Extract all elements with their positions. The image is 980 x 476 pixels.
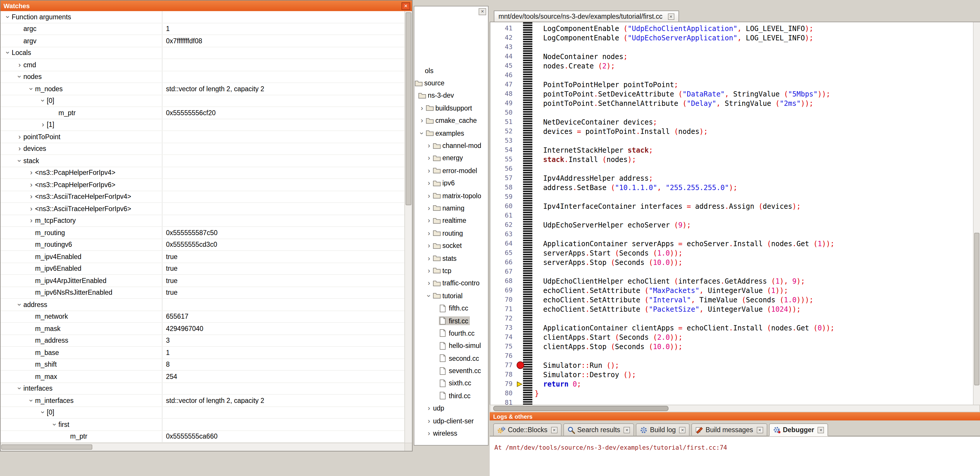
expand-icon[interactable]: › [425,179,433,187]
watch-row[interactable]: m_ipv6Enabledtrue [1,263,404,275]
expand-icon[interactable]: › [27,169,35,177]
collapse-icon[interactable]: › [418,129,426,137]
watches-vertical-scrollbar[interactable] [404,11,412,442]
tab-close-icon[interactable]: ✕ [551,426,557,433]
watches-titlebar[interactable]: Watches ✕ [1,1,412,11]
tree-item[interactable]: first.cc [414,315,488,327]
tree-item[interactable]: source [414,77,488,89]
expand-icon[interactable]: › [425,154,433,162]
watch-row[interactable]: ›first [1,419,404,431]
expand-icon[interactable]: › [425,192,433,200]
scrollbar-thumb[interactable] [406,12,411,205]
watch-row[interactable]: m_ipv4Enabledtrue [1,251,404,263]
expand-icon[interactable]: › [425,429,433,438]
expand-icon[interactable]: › [39,121,47,129]
logs-tab-build-log[interactable]: Build log✕ [636,423,690,436]
scrollbar-thumb[interactable] [493,406,668,411]
tab-close-icon[interactable]: ✕ [624,426,630,433]
watch-row[interactable]: m_routingv60x5555555cd3c0 [1,239,404,251]
tree-item[interactable]: ›traffic-contro [414,277,488,289]
expand-icon[interactable]: › [27,217,35,225]
tree-item[interactable]: ns-3-dev [414,89,488,102]
tab-close-icon[interactable]: ✕ [679,426,686,433]
watch-row[interactable]: m_shift8 [1,359,404,371]
collapse-icon[interactable]: › [4,13,12,21]
watch-row[interactable]: ›[1] [1,119,404,131]
editor-horizontal-scrollbar[interactable] [490,405,980,412]
watches-horizontal-scrollbar[interactable] [1,442,412,451]
tree-item[interactable]: ›error-model [414,165,488,177]
expand-icon[interactable]: › [418,104,425,112]
watch-row[interactable]: ›m_nodesstd::vector of length 2, capacit… [1,83,404,95]
watch-row[interactable]: ›m_interfacesstd::vector of length 2, ca… [1,395,404,407]
logs-tab-build-messages[interactable]: Build messages✕ [692,423,767,436]
tree-item[interactable]: ›naming [414,202,488,215]
expand-icon[interactable]: › [425,404,433,412]
watch-row[interactable]: ›[0] [1,407,404,419]
watch-row[interactable]: ›<ns3::PcapHelperForIpv4> [1,167,404,179]
tree-item[interactable]: ›udp-client-ser [414,415,488,427]
watch-row[interactable]: ›devices [1,143,404,155]
collapse-icon[interactable]: › [16,301,24,308]
watch-row[interactable]: m_ipv6NsRsJitterEnabledtrue [1,287,404,299]
watch-row[interactable]: m_ptr0x55555556cf20 [1,107,404,119]
tree-item[interactable]: ›channel-mod [414,139,488,152]
expand-icon[interactable]: › [425,279,433,288]
watch-row[interactable]: ›pointToPoint [1,131,404,143]
expand-icon[interactable]: › [425,254,433,262]
tree-item[interactable]: ›buildsupport [414,102,488,114]
watch-row[interactable]: ›<ns3::PcapHelperForIpv6> [1,179,404,191]
tree-item[interactable]: hello-simul [414,339,488,352]
expand-icon[interactable]: › [425,217,433,225]
collapse-icon[interactable]: › [16,157,24,165]
watch-row[interactable]: ›interfaces [1,383,404,395]
resize-grip[interactable] [404,443,412,451]
tree-item[interactable]: ›ipv6 [414,177,488,190]
tree-item[interactable]: ›cmake_cache [414,114,488,127]
tab-close-icon[interactable]: ✕ [818,426,824,433]
expand-icon[interactable]: › [425,267,433,275]
logs-tab-code-blocks[interactable]: Code::Blocks✕ [493,423,562,436]
expand-icon[interactable]: › [425,204,433,212]
watch-row[interactable]: argv0x7fffffffdf08 [1,35,404,47]
editor-vertical-scrollbar[interactable] [973,22,980,405]
tree-item[interactable]: ›stats [414,252,488,265]
expand-icon[interactable]: › [27,204,35,213]
tree-item[interactable]: ›udp [414,402,488,415]
watch-row[interactable]: m_base1 [1,347,404,359]
watch-row[interactable]: ›cmd [1,59,404,71]
collapse-icon[interactable]: › [425,292,433,299]
tree-item[interactable]: ›wireless [414,427,488,440]
expand-icon[interactable]: › [27,193,35,201]
tree-item[interactable]: ols [414,64,488,77]
editor-tab[interactable]: mnt/dev/tools/source/ns-3-dev/examples/t… [494,11,679,22]
watch-row[interactable]: ›stack [1,155,404,167]
tree-item[interactable]: ›tcp [414,265,488,277]
collapse-icon[interactable]: › [27,397,35,404]
tree-item[interactable]: sixth.cc [414,377,488,390]
expand-icon[interactable]: › [418,117,425,125]
watch-row[interactable]: m_routing0x555555587c50 [1,227,404,239]
tree-item[interactable]: ›tutorial [414,289,488,302]
scrollbar-thumb[interactable] [974,232,979,385]
collapse-icon[interactable]: › [39,97,47,105]
watch-row[interactable]: ›nodes [1,71,404,83]
tree-item[interactable]: third.cc [414,390,488,402]
tab-close-icon[interactable]: ✕ [756,426,763,433]
watch-row[interactable]: ›<ns3::AsciiTraceHelperForIpv4> [1,191,404,203]
collapse-icon[interactable]: › [16,385,24,392]
tree-item[interactable]: ›realtime [414,214,488,227]
scrollbar-thumb[interactable] [1,444,92,450]
logs-tab-search-results[interactable]: Search results✕ [563,423,634,436]
expand-icon[interactable]: › [16,133,23,141]
watch-row[interactable]: ›[0] [1,95,404,107]
collapse-icon[interactable]: › [51,421,59,428]
watch-row[interactable]: argc1 [1,23,404,35]
collapse-icon[interactable]: › [4,49,12,57]
expand-icon[interactable]: › [425,417,433,425]
watch-row[interactable]: m_ptr0x5555555ca660 [1,431,404,442]
watch-row[interactable]: m_ipv4ArpJitterEnabledtrue [1,275,404,287]
tree-item[interactable]: ›socket [414,240,488,252]
tree-item[interactable]: ›energy [414,152,488,165]
collapse-icon[interactable]: › [27,85,35,93]
